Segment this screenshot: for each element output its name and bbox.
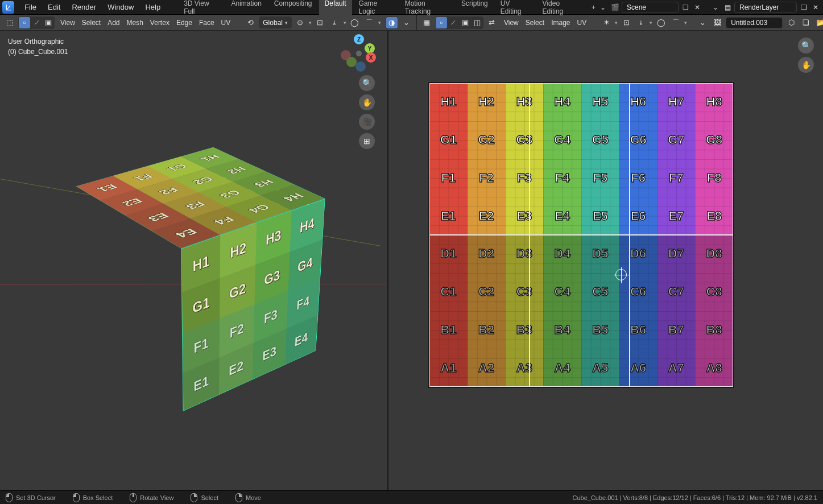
viewport-projection-label: User Orthographic <box>8 36 68 47</box>
uv-cell: H1 <box>429 83 468 121</box>
vp-menu-edge[interactable]: Edge <box>173 18 196 28</box>
mouse-icon <box>235 493 242 502</box>
vp-menu-vertex[interactable]: Vertex <box>147 18 173 28</box>
vp-menu-select[interactable]: Select <box>78 18 104 28</box>
image-new-icon[interactable]: ❏ <box>800 16 812 29</box>
vp-menu-face[interactable]: Face <box>196 18 218 28</box>
orientation-icon[interactable]: ⟲ <box>244 16 257 29</box>
overlay-menu-icon[interactable]: ⌄ <box>400 16 413 29</box>
menu-help[interactable]: Help <box>139 1 166 13</box>
uv-pan-button[interactable]: ✋ <box>798 57 814 73</box>
uv-cell: G8 <box>695 121 733 159</box>
vertex-mode-icon[interactable]: ▫ <box>19 17 30 28</box>
layer-new-icon[interactable]: ❏ <box>799 2 809 13</box>
uv-cell: H4 <box>543 83 581 121</box>
uv-cell: E1 <box>429 197 468 235</box>
main-menu-items: FileEditRenderWindowHelp <box>19 1 166 13</box>
uv-cell: D6 <box>619 235 657 273</box>
overlay-toggle-icon[interactable]: ◑ <box>386 17 398 28</box>
vp-menu-add[interactable]: Add <box>104 18 123 28</box>
status-bar: Set 3D CursorBox SelectRotate ViewSelect… <box>0 490 823 504</box>
pivot-icon[interactable]: ⊙ <box>294 16 307 29</box>
uv-island-mode-icon[interactable]: ◫ <box>472 17 483 28</box>
scene-browse-icon[interactable]: ⌄ <box>598 2 608 13</box>
uv-menu-image[interactable]: Image <box>548 18 573 28</box>
image-open-icon[interactable]: 📂 <box>814 16 823 29</box>
3d-viewport[interactable]: User Orthographic (0) Cube_Cube.001 Z Y … <box>0 31 388 490</box>
scene-name-field[interactable] <box>622 2 679 13</box>
uv-cell: A8 <box>695 349 733 387</box>
uv-pivot-icon[interactable]: ✶ <box>600 16 613 29</box>
mode-select-cluster[interactable]: ▫ ⟋ ▣ <box>18 16 55 29</box>
gizmo-z-axis[interactable]: Z <box>354 34 364 44</box>
proportional-icon[interactable]: ◯ <box>349 16 361 29</box>
uv-cell: D8 <box>695 235 733 273</box>
image-browse-icon[interactable]: ⌄ <box>696 16 709 29</box>
navigation-gizmo[interactable]: Z Y X <box>343 38 375 69</box>
uv-falloff-icon[interactable]: ⌒ <box>669 16 682 29</box>
uv-menu-uv[interactable]: UV <box>573 18 590 28</box>
uv-editor-type-icon[interactable]: ▦ <box>420 16 433 29</box>
cube-object[interactable]: E1F1G1H1E2F2G2H2E3F3G3H3E4F4G4H4 H1H2H3H… <box>46 100 364 441</box>
uv-cell: D1 <box>429 235 468 273</box>
edge-mode-icon[interactable]: ⟋ <box>31 17 42 28</box>
uv-cell: G1 <box>429 121 468 159</box>
uv-face-mode-icon[interactable]: ▣ <box>460 17 471 28</box>
snap-target-icon[interactable]: ⫰ <box>329 16 341 29</box>
workspace-split: User Orthographic (0) Cube_Cube.001 Z Y … <box>0 31 823 490</box>
menu-file[interactable]: File <box>19 1 42 13</box>
uv-snap-target-icon[interactable]: ⫰ <box>635 16 647 29</box>
uv-menu-select[interactable]: Select <box>522 18 548 28</box>
uv-cell: F2 <box>468 159 506 197</box>
status-hint-label: Rotate View <box>140 494 173 501</box>
layer-browse-icon[interactable]: ⌄ <box>710 2 721 13</box>
status-hint: Move <box>235 493 261 502</box>
vp-menu-mesh[interactable]: Mesh <box>123 18 147 28</box>
proportional-falloff-icon[interactable]: ⌒ <box>363 16 376 29</box>
add-workspace-button[interactable]: + <box>586 1 597 14</box>
vp-menu-view[interactable]: View <box>57 18 78 28</box>
zoom-button[interactable]: 🔍 <box>359 75 375 91</box>
uv-cell: D4 <box>543 235 581 273</box>
uv-cell: C2 <box>468 273 506 311</box>
image-icon: 🖼 <box>711 16 723 29</box>
blender-logo-icon[interactable]: ⟀ <box>2 1 14 14</box>
layer-delete-icon[interactable]: ✕ <box>810 2 821 13</box>
gizmo-x-axis[interactable]: X <box>366 52 376 63</box>
transform-orientation-dropdown[interactable]: Global▾ <box>259 16 292 28</box>
image-pin-icon[interactable]: ⬡ <box>785 16 797 29</box>
gizmo-neg-z[interactable] <box>355 61 366 72</box>
uv-cell: A1 <box>429 349 468 387</box>
scene-delete-icon[interactable]: ✕ <box>692 2 702 13</box>
vp-menu-uv[interactable]: UV <box>218 18 234 28</box>
uv-cell: B7 <box>657 311 696 349</box>
scene-icon: 🎬 <box>610 2 620 13</box>
render-layer-field[interactable] <box>734 2 797 13</box>
snap-icon[interactable]: ⊡ <box>314 16 326 29</box>
face-mode-icon[interactable]: ▣ <box>43 17 54 28</box>
uv-cell: B2 <box>468 311 506 349</box>
uv-cell: D7 <box>657 235 696 273</box>
uv-cell: C5 <box>581 273 619 311</box>
uv-proportional-icon[interactable]: ◯ <box>655 16 667 29</box>
uv-cell: F1 <box>429 159 468 197</box>
image-name-field[interactable] <box>726 17 783 28</box>
uv-cursor-icon[interactable] <box>615 269 627 280</box>
uv-snap-icon[interactable]: ⊡ <box>620 16 632 29</box>
uv-cell: B5 <box>581 311 619 349</box>
uv-editor[interactable]: 🔍 ✋ H1H2H3H4H5H6H7H8G1G2G3G4G5G6G7G8F1F2… <box>388 31 823 490</box>
uv-menu-view[interactable]: View <box>501 18 522 28</box>
uv-texture-grid[interactable]: H1H2H3H4H5H6H7H8G1G2G3G4G5G6G7G8F1F2F3F4… <box>428 82 734 388</box>
uv-sync-icon[interactable]: ⇄ <box>486 16 498 29</box>
uv-vert-mode-icon[interactable]: ▫ <box>436 17 447 28</box>
status-hint: Box Select <box>73 493 113 502</box>
menu-window[interactable]: Window <box>102 1 139 13</box>
editor-type-icon[interactable]: ⬚ <box>3 16 16 29</box>
uv-cell: F4 <box>543 159 581 197</box>
menu-render[interactable]: Render <box>66 1 102 13</box>
uv-cell: F6 <box>619 159 657 197</box>
menu-edit[interactable]: Edit <box>42 1 66 13</box>
scene-new-icon[interactable]: ❏ <box>680 2 690 13</box>
uv-zoom-button[interactable]: 🔍 <box>798 38 814 53</box>
uv-edge-mode-icon[interactable]: ⟋ <box>448 17 459 28</box>
